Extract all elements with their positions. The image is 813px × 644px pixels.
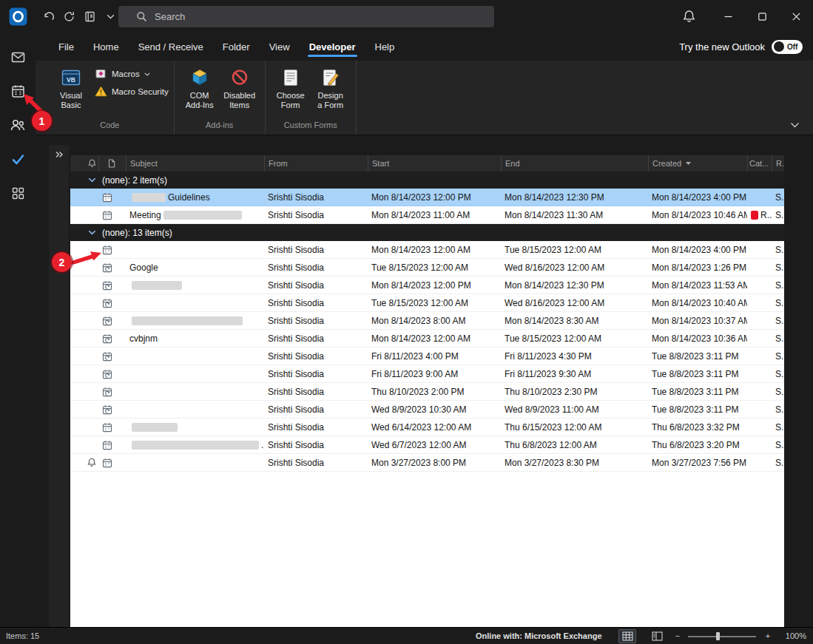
column-header-item[interactable] [98,155,126,172]
list-item[interactable]: Srishti SisodiaFri 8/11/2023 4:00 PMFri … [70,348,784,365]
start-cell: Wed 6/14/2023 12:00 AM [368,418,501,435]
tab-help[interactable]: Help [365,33,405,61]
ribbon-button-macros[interactable]: Macros [95,68,169,80]
ribbon-button-com-add-ins[interactable]: COMAdd-Ins [180,61,220,120]
customize-qat-chevron-icon[interactable] [100,6,121,27]
close-button[interactable] [779,0,813,33]
end-cell: Wed 8/16/2023 12:00 AM [501,294,648,311]
tab-view[interactable]: View [260,33,300,61]
zoom-out-button[interactable]: − [672,631,684,640]
list-item[interactable]: Srishti SisodiaTue 8/15/2023 12:00 AMWed… [70,294,784,312]
tab-send-receive[interactable]: Send / Receive [129,33,213,61]
column-header-subject[interactable]: Subject [126,155,264,172]
disabled-items-icon [229,66,250,89]
r-cell: S. [772,330,784,347]
recurring-appointment-icon [102,369,112,379]
group-header[interactable]: (none): 13 item(s) [70,224,784,241]
r-cell: S. [772,418,784,435]
list-item[interactable]: cvbjnmSrishti SisodiaMon 8/14/2023 12:00… [70,330,784,348]
start-cell: Thu 8/10/2023 2:00 PM [368,383,501,400]
notifications-bell-icon[interactable] [674,0,704,33]
start-cell: Mon 8/14/2023 8:00 AM [368,312,501,329]
list-item[interactable]: Srishti SisodiaWed 6/14/2023 12:00 AMThu… [70,418,784,436]
end-cell: Fri 8/11/2023 9:30 AM [501,365,648,382]
column-header-end[interactable]: End [501,155,648,172]
collapse-ribbon-chevron-icon[interactable] [790,122,800,128]
nav-todo[interactable] [0,142,36,176]
r-cell: S. [772,401,784,418]
zoom-in-button[interactable]: + [762,631,774,640]
from-cell: Srishti Sisodia [264,294,368,311]
expand-folder-pane-button[interactable] [49,151,69,158]
column-header-created[interactable]: Created [648,155,747,172]
minimize-button[interactable] [711,0,745,33]
ribbon-button-visual-basic[interactable]: VBVisualBasic [51,61,91,120]
calendar-icon [10,84,26,99]
list-item[interactable]: Srishti SisodiaMon 8/14/2023 8:00 AMMon … [70,312,784,330]
start-cell: Fri 8/11/2023 4:00 PM [368,348,501,365]
column-header-r[interactable]: R... [772,155,784,172]
list-item[interactable]: Srishti SisodiaMon 3/27/2023 8:00 PMMon … [70,454,784,472]
new-outlook-toggle[interactable]: Off [772,40,803,54]
search-input[interactable]: Search [118,6,494,27]
end-cell: Fri 8/11/2023 4:30 PM [501,348,648,365]
choose-form-icon [280,66,301,89]
address-book-button[interactable] [79,6,100,27]
list-item[interactable]: MeetingSrishti SisodiaMon 8/14/2023 11:0… [70,206,784,224]
zoom-slider-thumb[interactable] [716,632,720,640]
ribbon-button-design-a-form[interactable]: Designa Form [311,61,351,120]
list-item[interactable]: Srishti SisodiaFri 8/11/2023 9:00 AMFri … [70,365,784,383]
column-header-from[interactable]: From [264,155,368,172]
list-item[interactable]: .Srishti SisodiaWed 6/7/2023 12:00 AMThu… [70,436,784,454]
created-cell: Mon 3/27/2023 7:56 PM [648,454,747,471]
from-cell: Srishti Sisodia [264,277,368,294]
start-cell: Mon 8/14/2023 11:00 AM [368,206,501,223]
end-cell: Mon 8/14/2023 12:30 PM [501,189,648,206]
recurring-appointment-icon [102,404,112,415]
tab-developer[interactable]: Developer [300,33,365,61]
start-cell: Tue 8/15/2023 12:00 AM [368,259,501,276]
column-header-start[interactable]: Start [368,155,501,172]
nav-apps[interactable] [0,176,36,210]
appointment-icon [102,422,112,433]
list-item[interactable]: GuidelinesSrishti SisodiaMon 8/14/2023 1… [70,189,784,206]
normal-view-button[interactable] [618,629,636,643]
nav-people[interactable] [0,108,36,142]
list-item[interactable]: Srishti SisodiaMon 8/14/2023 12:00 AMTue… [70,241,784,259]
list-item[interactable]: Srishti SisodiaWed 8/9/2023 10:30 AMWed … [70,401,784,418]
list-item[interactable]: Srishti SisodiaMon 8/14/2023 12:00 PMMon… [70,277,784,294]
group-header[interactable]: (none): 2 item(s) [70,172,784,189]
visual-basic-icon: VB [60,66,82,89]
tab-file[interactable]: File [49,33,84,61]
undo-button[interactable] [38,6,58,27]
ribbon-button-choose-form[interactable]: ChooseForm [271,61,311,120]
ribbon-button-macro-security[interactable]: Macro Security [95,86,169,97]
zoom-slider[interactable] [688,636,756,637]
start-cell: Tue 8/15/2023 12:00 AM [368,294,501,311]
column-header-bell[interactable] [70,155,98,172]
end-cell: Mon 8/14/2023 11:30 AM [501,206,648,223]
tab-home[interactable]: Home [84,33,129,61]
caret-down-xs [144,72,150,76]
nav-mail[interactable] [0,40,36,74]
list-body: (none): 2 item(s)GuidelinesSrishti Sisod… [70,172,784,472]
tab-folder[interactable]: Folder [213,33,260,61]
end-cell: Mon 3/27/2023 8:30 PM [501,454,648,471]
r-cell: S. [772,312,784,329]
end-cell: Mon 8/14/2023 8:30 AM [501,312,648,329]
search-icon [136,11,147,22]
column-header-cat[interactable]: Cat... [747,155,772,172]
end-cell: Wed 8/9/2023 11:00 AM [501,401,648,418]
redacted-text [132,193,166,202]
nav-calendar[interactable] [0,74,36,108]
send-receive-all-button[interactable] [58,6,79,27]
ribbon-button-disabled-items[interactable]: DisabledItems [220,61,260,120]
maximize-button[interactable] [745,0,779,33]
list-item[interactable]: Srishti SisodiaThu 8/10/2023 2:00 PMThu … [70,383,784,401]
r-cell: S. [772,241,784,258]
subject-cell: Meeting [126,206,264,223]
redacted-text [132,281,182,290]
reading-view-button[interactable] [648,629,666,643]
ribbon-tab-row: FileHomeSend / ReceiveFolderViewDevelope… [36,33,404,61]
list-item[interactable]: GoogleSrishti SisodiaTue 8/15/2023 12:00… [70,259,784,277]
